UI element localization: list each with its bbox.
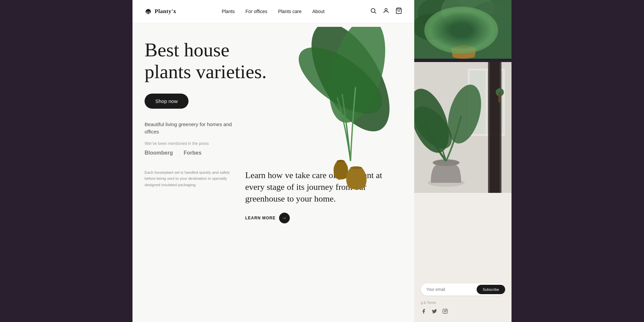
- learn-section: Learn how ve take care of your plant at …: [245, 169, 402, 223]
- hero-title: Best house plants varieties.: [145, 39, 292, 83]
- svg-point-16: [475, 13, 512, 44]
- subscribe-button[interactable]: Subscribe: [477, 285, 505, 294]
- svg-point-17: [457, 45, 470, 49]
- svg-line-2: [375, 12, 376, 14]
- search-icon[interactable]: [370, 7, 377, 15]
- svg-rect-31: [443, 309, 447, 313]
- nav-for-offices[interactable]: For offices: [246, 9, 267, 14]
- nav-plants[interactable]: Plants: [222, 9, 235, 14]
- press-logos: Bloomberg Forbes: [145, 150, 402, 156]
- logo-text: Planty'x: [155, 8, 176, 15]
- packaging-info: Each houseplant set is handled quickly a…: [145, 169, 232, 223]
- instagram-icon[interactable]: [442, 309, 448, 315]
- svg-point-33: [446, 310, 446, 310]
- bloomberg-logo: Bloomberg: [145, 150, 173, 156]
- navbar: Planty'x Plants For offices Plants care …: [132, 0, 414, 23]
- learn-more-label: LEARN MORE: [245, 216, 276, 220]
- main-card: Planty'x Plants For offices Plants care …: [132, 0, 414, 322]
- learn-more-button[interactable]: →: [279, 213, 290, 223]
- nav-icons: [370, 7, 402, 15]
- svg-point-32: [444, 310, 446, 312]
- social-icons: [421, 309, 505, 315]
- cart-icon[interactable]: [395, 7, 402, 15]
- bottom-section: Each houseplant set is handled quickly a…: [132, 169, 414, 233]
- panel-indoor: [414, 62, 512, 193]
- forbes-logo: Forbes: [183, 150, 201, 156]
- packaging-text: Each houseplant set is handled quickly a…: [145, 169, 232, 188]
- hero-section: Best house plants varieties. Shop now Be…: [132, 23, 414, 169]
- panel-email: Subscribe g & Terms: [414, 193, 512, 322]
- account-icon[interactable]: [383, 7, 389, 15]
- facebook-icon[interactable]: [421, 309, 426, 315]
- email-input[interactable]: [426, 287, 477, 292]
- right-panels: Subscribe g & Terms: [414, 0, 512, 322]
- email-subscribe-row: Subscribe: [421, 283, 505, 296]
- panel-top-green: [414, 0, 512, 59]
- nav-plants-care[interactable]: Plants care: [278, 9, 302, 14]
- press-label: Wer've been mentioned in the press: [145, 141, 402, 146]
- logo[interactable]: Planty'x: [145, 8, 176, 15]
- logo-leaf-icon: [145, 8, 152, 14]
- svg-point-14: [414, 13, 449, 40]
- twitter-icon[interactable]: [432, 309, 437, 315]
- learn-more-row: LEARN MORE →: [245, 213, 402, 223]
- svg-rect-30: [498, 92, 501, 102]
- svg-point-1: [371, 8, 375, 12]
- svg-point-15: [436, 13, 486, 47]
- svg-rect-28: [490, 62, 500, 193]
- nav-about[interactable]: About: [312, 9, 325, 14]
- footer-links: g & Terms: [421, 301, 505, 305]
- nav-links: Plants For offices Plants care About: [222, 8, 325, 14]
- learn-text: Learn how ve take care of your plant at …: [245, 169, 402, 205]
- hero-subtitle: Beautiful living greenery for homes and …: [145, 121, 238, 136]
- svg-point-3: [385, 8, 387, 11]
- page-wrapper: Planty'x Plants For offices Plants care …: [0, 0, 644, 322]
- shop-now-button[interactable]: Shop now: [145, 94, 189, 109]
